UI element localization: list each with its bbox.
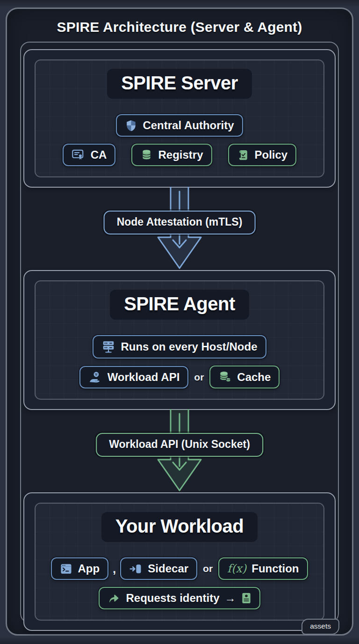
server-row-central: Central Authority (116, 114, 243, 137)
registry-label: Registry (158, 148, 203, 161)
requests-identity-label: Requests identity (126, 592, 219, 605)
or-separator: or (194, 372, 204, 383)
your-workload-title: Your Workload (101, 512, 258, 542)
agent-row-runs: Runs on every Host/Node (93, 335, 266, 359)
terminal-icon (60, 563, 72, 575)
node-attestation-label: Node Attestation (mTLS) (104, 211, 256, 234)
node-attestation-arrow-zone: Node Attestation (mTLS) (22, 188, 337, 270)
agent-row-api-cache: Workload API or Cache (79, 366, 280, 388)
policy-label: Policy (255, 148, 288, 161)
function-badge: f(x) Function (218, 557, 308, 580)
spire-server-section: SPIRE Server Central Authority (23, 49, 336, 188)
workload-api-socket-label: Workload API (Unix Socket) (96, 433, 263, 457)
hand-identity-icon (88, 371, 102, 384)
sidecar-badge: Sidecar (120, 557, 197, 580)
policy-scroll-icon (237, 149, 250, 161)
spire-agent-title: SPIRE Agent (110, 290, 249, 320)
diagram-content-frame: SPIRE Server Central Authority (20, 42, 339, 623)
central-authority-label: Central Authority (143, 119, 234, 132)
ca-badge: CA (63, 144, 116, 166)
certificate-icon (72, 148, 86, 161)
cache-badge: Cache (209, 366, 280, 388)
spire-server-panel: SPIRE Server Central Authority (35, 59, 324, 177)
app-label: App (78, 562, 100, 575)
shield-icon (125, 119, 137, 132)
id-badge-icon (241, 592, 251, 604)
requests-identity-badge: Requests identity → (99, 587, 260, 609)
function-label: Function (251, 562, 299, 575)
cache-label: Cache (237, 371, 271, 384)
spire-agent-panel: SPIRE Agent (35, 280, 324, 400)
diagram-outer-frame: SPIRE Architecture (Server & Agent) SPIR… (6, 7, 353, 636)
server-row-components: CA Registry (63, 144, 296, 166)
arrow-into-box-icon (129, 563, 143, 575)
your-workload-section: Your Workload App , (23, 492, 336, 631)
your-workload-panel: Your Workload App , (35, 503, 324, 621)
runs-on-every-host-badge: Runs on every Host/Node (93, 335, 266, 359)
workload-api-label: Workload API (108, 371, 180, 384)
spire-server-title: SPIRE Server (107, 69, 252, 99)
database-icon (140, 149, 153, 161)
coin-stack-icon (218, 370, 232, 384)
right-arrow-glyph: → (225, 592, 236, 605)
registry-badge: Registry (131, 144, 212, 166)
spire-agent-section: SPIRE Agent (23, 270, 336, 410)
workload-api-arrow-zone: Workload API (Unix Socket) (22, 410, 337, 492)
or-separator: or (203, 563, 213, 574)
share-arrow-icon (108, 592, 121, 604)
comma-separator: , (113, 562, 116, 576)
runs-on-every-host-label: Runs on every Host/Node (121, 340, 257, 353)
workload-api-badge: Workload API (79, 366, 189, 388)
workload-row-types: App , Sidecar or f(x) Functio (51, 557, 308, 580)
central-authority-badge: Central Authority (116, 114, 243, 137)
app-badge: App (51, 557, 108, 580)
assets-watermark-tab: assets (302, 619, 339, 635)
server-rack-icon (101, 340, 115, 354)
fx-icon: f(x) (227, 562, 246, 575)
workload-row-requests: Requests identity → (99, 587, 260, 609)
sidecar-label: Sidecar (148, 562, 188, 575)
page-title: SPIRE Architecture (Server & Agent) (7, 19, 352, 35)
ca-label: CA (91, 148, 107, 161)
policy-badge: Policy (228, 144, 297, 166)
